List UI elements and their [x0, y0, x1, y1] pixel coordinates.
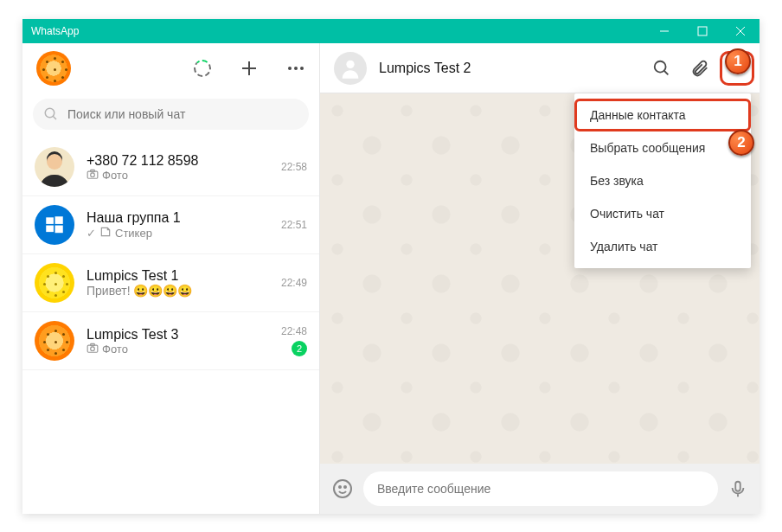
app-body: +380 72 112 8598 Фото 22:58 Наша группа …	[22, 43, 760, 514]
chat-title: Lumpics Test 1	[87, 268, 281, 284]
titlebar: WhatsApp	[22, 19, 760, 43]
chat-item[interactable]: Наша группа 1 ✓ Стикер 22:51	[22, 196, 319, 254]
chat-time: 22:48	[281, 325, 307, 337]
sidebar-header	[22, 43, 319, 93]
mic-icon[interactable]	[728, 479, 747, 498]
svg-point-9	[45, 108, 54, 118]
chat-subtitle: ✓ Стикер	[87, 226, 281, 240]
chat-list: +380 72 112 8598 Фото 22:58 Наша группа …	[22, 138, 319, 514]
svg-rect-16	[46, 226, 54, 233]
camera-icon	[87, 169, 99, 182]
svg-point-27	[334, 480, 351, 497]
chat-avatar	[35, 147, 74, 187]
chat-time: 22:49	[281, 277, 307, 289]
annotation-marker-1: 1	[725, 48, 751, 74]
menu-delete-chat[interactable]: Удалить чат	[574, 230, 751, 263]
composer	[320, 464, 760, 514]
chat-avatar	[35, 263, 74, 303]
svg-rect-1	[698, 27, 707, 35]
minimize-button[interactable]	[645, 19, 683, 43]
close-button[interactable]	[721, 19, 760, 43]
svg-point-12	[91, 172, 95, 176]
contact-name[interactable]: Lumpics Test 2	[379, 61, 633, 76]
svg-point-8	[300, 67, 304, 70]
menu-clear-chat[interactable]: Очистить чат	[574, 197, 751, 230]
maximize-button[interactable]	[683, 19, 721, 43]
svg-point-22	[655, 61, 666, 72]
app-title: WhatsApp	[31, 25, 79, 37]
sidebar: +380 72 112 8598 Фото 22:58 Наша группа …	[22, 43, 320, 514]
app-window: WhatsApp +380 7	[22, 19, 760, 514]
tick-icon: ✓	[87, 227, 96, 240]
unread-badge: 2	[292, 341, 307, 356]
window-controls	[645, 19, 760, 43]
svg-point-29	[344, 486, 346, 488]
svg-rect-15	[55, 216, 63, 224]
svg-point-19	[91, 346, 95, 350]
chat-menu-dropdown: Данные контакта Выбрать сообщения Без зв…	[574, 93, 751, 268]
search-input[interactable]	[67, 107, 298, 121]
chat-title: Наша группа 1	[87, 210, 281, 226]
chat-avatar	[35, 205, 74, 245]
chat-title: +380 72 112 8598	[87, 153, 281, 169]
status-icon[interactable]	[193, 59, 212, 78]
new-chat-icon[interactable]	[240, 59, 259, 78]
chat-header: Lumpics Test 2	[320, 43, 760, 93]
svg-point-28	[339, 486, 341, 488]
chat-subtitle: Фото	[87, 169, 281, 182]
menu-mute[interactable]: Без звука	[574, 164, 751, 197]
chat-avatar	[35, 321, 74, 361]
chat-item[interactable]: +380 72 112 8598 Фото 22:58	[22, 138, 319, 196]
search-bar[interactable]	[33, 99, 309, 130]
svg-point-7	[294, 67, 298, 70]
svg-line-23	[664, 70, 669, 74]
message-input-wrap[interactable]	[363, 471, 718, 506]
menu-select-messages[interactable]: Выбрать сообщения	[574, 131, 751, 164]
contact-avatar[interactable]	[334, 52, 367, 85]
attach-icon[interactable]	[690, 59, 709, 78]
svg-rect-17	[55, 226, 63, 234]
camera-icon	[87, 343, 99, 356]
chat-subtitle: Привет! 😀😀😀😀	[87, 284, 281, 298]
chat-time: 22:58	[281, 161, 307, 173]
sticker-icon	[99, 226, 112, 240]
message-input[interactable]	[377, 482, 704, 496]
chat-item[interactable]: Lumpics Test 3 Фото 22:48 2	[22, 312, 319, 370]
menu-contact-info[interactable]: Данные контакта	[574, 99, 751, 131]
my-avatar[interactable]	[36, 51, 71, 86]
svg-line-10	[53, 116, 56, 119]
chat-item[interactable]: Lumpics Test 1 Привет! 😀😀😀😀 22:49	[22, 254, 319, 312]
annotation-marker-2: 2	[728, 130, 754, 156]
svg-rect-30	[735, 482, 740, 491]
search-in-chat-icon[interactable]	[652, 59, 671, 78]
chat-title: Lumpics Test 3	[87, 327, 281, 343]
chat-time: 22:51	[281, 219, 307, 231]
emoji-icon[interactable]	[332, 478, 353, 499]
chat-panel: Lumpics Test 2 Данные контакта Выбрать с…	[320, 43, 760, 514]
svg-rect-14	[46, 217, 54, 224]
chat-subtitle: Фото	[87, 343, 281, 356]
svg-point-21	[346, 60, 354, 67]
svg-point-6	[288, 67, 292, 70]
sidebar-menu-icon[interactable]	[286, 59, 305, 78]
